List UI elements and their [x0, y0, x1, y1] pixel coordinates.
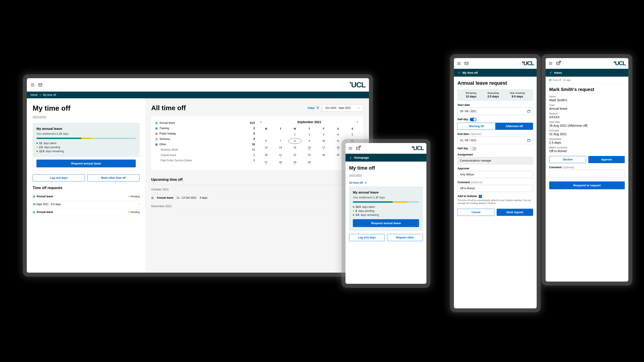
summary-bar: Remaining12 daysRequesting2.5 daysNew re… — [458, 89, 533, 101]
comment-input[interactable]: Off to Rome! — [458, 185, 533, 192]
decline-button[interactable]: Decline — [549, 156, 586, 163]
mail-icon[interactable] — [464, 61, 469, 66]
request-other-button[interactable]: Request other — [387, 234, 423, 241]
approver-input[interactable]: Amy Wilson — [458, 171, 533, 178]
end-date-input[interactable]: 31 / 08 / 2021 — [458, 137, 533, 144]
mobile-approval: ▲UCL Inbox ▦Time off · 1h ago Mark Smith… — [546, 58, 628, 282]
calendar-day[interactable]: 14 — [274, 145, 287, 151]
logo: ▲UCL — [411, 145, 424, 152]
card-title: My annual leave — [36, 127, 136, 130]
calendar-day[interactable]: 15 — [288, 145, 302, 151]
legend-row: ▦Public holiday6 — [155, 131, 255, 136]
upcoming-event[interactable]: ▦ Annual leave 11 - 13 Oct 2021 3 days › — [151, 194, 363, 202]
detail-field: Mark's commentOff to Rome! — [549, 146, 625, 153]
request-detail: 16 Sept 2021 0.5 days› — [33, 200, 140, 208]
dow-header: S — [346, 126, 359, 131]
mail-icon[interactable] — [356, 146, 360, 151]
legend-row: ▦Sickness2 — [155, 136, 255, 142]
calendar-day[interactable]: 11 — [331, 138, 344, 144]
calendar-day[interactable]: 8 — [288, 138, 302, 144]
all-time-off-link[interactable]: All time off — [349, 181, 423, 184]
log-sick-button[interactable]: Log sick days — [349, 234, 385, 241]
calendar-day[interactable]: 7 — [274, 138, 287, 144]
start-date-input[interactable]: 26 / 08 / 2021 — [458, 107, 533, 115]
menu-icon[interactable] — [548, 61, 553, 66]
next-month-icon[interactable] — [356, 120, 359, 124]
calendar-day[interactable]: 23 — [302, 152, 316, 159]
calendar-day[interactable]: 16 — [302, 145, 316, 151]
dow-header: W — [288, 126, 302, 131]
book-other-button[interactable]: Book other time off — [87, 174, 140, 181]
date-range-select[interactable]: Oct 2020 - Sept 2021 — [322, 104, 363, 111]
back-link[interactable]: Inbox — [549, 71, 562, 74]
respond-button[interactable]: Respond to request — [549, 181, 625, 189]
svg-rect-3 — [528, 110, 530, 113]
legend-row: ▦Other10 — [155, 142, 255, 147]
calendar-day[interactable]: 27 — [260, 160, 273, 166]
upcoming-heading[interactable]: Upcoming time off — [151, 175, 363, 185]
logo: ▲UCL — [349, 80, 366, 89]
dow-header: S — [331, 126, 344, 131]
afternoon-button[interactable]: Afternoon off — [496, 123, 533, 130]
breadcrumb: Home › My time off — [27, 92, 369, 98]
calendar-day[interactable]: 18 — [331, 145, 344, 151]
breadcrumb-home[interactable]: Home — [30, 93, 38, 96]
menu-icon[interactable] — [30, 83, 35, 87]
calendar-day[interactable]: 9 — [302, 138, 316, 144]
calendar-day[interactable]: 3 — [317, 132, 330, 137]
request-leave-button[interactable]: Request annual leave — [353, 219, 419, 227]
calendar-day[interactable]: 21 — [274, 152, 287, 159]
request-item[interactable]: ▦Annual leavePending — [33, 193, 140, 200]
menu-icon[interactable] — [456, 61, 461, 66]
calendar-day[interactable]: 22 — [288, 152, 302, 159]
request-leave-button[interactable]: Request annual leave — [36, 160, 136, 167]
desktop-window: ▲UCL Home › My time off My time off 2021… — [27, 78, 369, 273]
cancel-button[interactable]: Cancel — [458, 209, 494, 216]
calendar-day[interactable]: 6 — [260, 138, 273, 144]
prev-month-icon[interactable] — [260, 120, 262, 124]
calendar-day[interactable]: 5 — [346, 132, 359, 137]
logo: ▲UCL — [613, 60, 626, 67]
outlook-checkbox[interactable] — [479, 195, 482, 198]
approve-button[interactable]: Approve — [588, 156, 625, 163]
back-link[interactable]: Homepage — [349, 156, 369, 159]
mail-icon[interactable] — [38, 83, 42, 87]
month-label: December 2021 — [151, 202, 363, 211]
assignment-label: Assignment — [458, 153, 533, 156]
stat-taken: 12 days taken — [36, 141, 136, 145]
half-day-toggle[interactable] — [470, 118, 476, 121]
calendar-day[interactable]: 13 — [260, 145, 273, 151]
outlook-help: This time off will be automatically adde… — [458, 199, 533, 205]
calendar-day[interactable]: 28 — [274, 160, 287, 166]
calendar-day[interactable]: 20 — [260, 152, 273, 159]
svg-rect-4 — [528, 139, 530, 142]
calendar-day[interactable]: 30 — [302, 160, 316, 166]
outlook-label: Add to Outlook — [458, 195, 533, 198]
menu-icon[interactable] — [348, 146, 353, 151]
log-sick-button[interactable]: Log sick days — [33, 174, 85, 181]
morning-button[interactable]: Morning off — [458, 123, 496, 130]
legend-row: ▦Training2 — [155, 126, 255, 131]
chevron-right-icon: › — [40, 93, 41, 96]
page-title: Mark Smith's request — [549, 87, 625, 92]
calendar-day[interactable]: 24 — [317, 152, 330, 159]
detail-field: Start date26 Aug 2021 (Afternoon off) — [549, 121, 625, 127]
calendar-day[interactable]: 29 — [288, 160, 302, 166]
dow-header: T — [274, 126, 287, 131]
calendar-day[interactable]: 17 — [317, 145, 330, 151]
summary-cell: New remaining9.5 days — [510, 92, 525, 98]
calendar-day[interactable]: 10 — [317, 138, 330, 144]
half-day-toggle-2[interactable] — [470, 147, 476, 150]
back-link[interactable]: My time off — [458, 71, 478, 74]
detail-field: End date31 Aug 2021 — [549, 129, 625, 136]
request-item[interactable]: ▦Annual leavePending — [33, 208, 140, 216]
filter-button[interactable]: Filter — [308, 106, 319, 110]
mail-icon[interactable] — [556, 61, 560, 66]
approver-label: Approver — [458, 167, 533, 170]
calendar-day[interactable]: 1 — [288, 132, 302, 137]
send-request-button[interactable]: Send request — [497, 209, 533, 216]
calendar-day[interactable]: 4 — [331, 132, 344, 137]
calendar-day[interactable]: 25 — [331, 152, 344, 159]
calendar-day[interactable]: 2 — [302, 132, 316, 137]
comment-input[interactable] — [549, 170, 625, 178]
